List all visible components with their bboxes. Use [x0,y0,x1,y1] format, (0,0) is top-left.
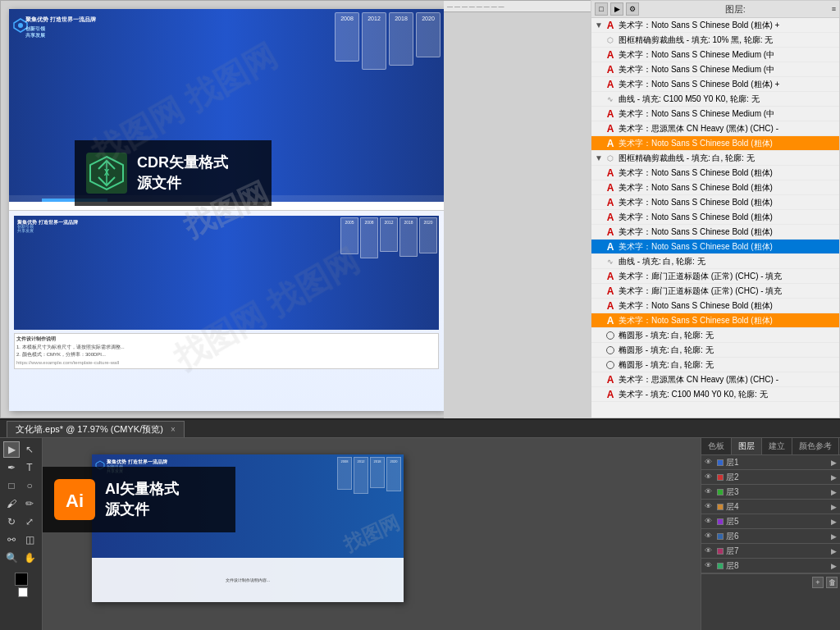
eye-icon[interactable]: 👁 [705,561,714,571]
banner-year-columns: 2008 2012 2018 2020 [335,12,441,70]
fill-color[interactable] [15,573,28,586]
ai-tab-color-ref[interactable]: 颜色参考 [792,438,839,454]
layer-label: 美术字：Noto Sans S Chinese Bold (粗体) [619,138,773,149]
ai-tab-swatches[interactable]: 色板 [701,438,732,454]
layer-item[interactable]: A 美术字：Noto Sans S Chinese Bold (粗体) + [591,77,839,92]
zoom-tool[interactable]: 🔍 [3,550,20,566]
eye-icon[interactable]: 👁 [705,472,714,482]
ellipse-tool[interactable]: ○ [21,477,38,494]
layer-item[interactable]: ∿ 曲线 - 填充: C100 M50 Y0 K0, 轮廓: 无 [591,92,839,107]
panel-icon-1[interactable]: □ [595,2,608,16]
ai-layer-name: 层4 [726,501,739,513]
rect-tool[interactable]: □ [3,477,20,494]
layers-list[interactable]: ▼ A 美术字：Noto Sans S Chinese Bold (粗体) + … [591,18,839,417]
layer-item[interactable]: 椭圆形 - 填充: 白, 轮廓: 无 [591,358,839,372]
banner-main-text: 聚集优势 打造世界一流品牌 创新引领 共享发展 [25,16,96,39]
expand-arrow[interactable]: ▶ [831,503,837,511]
layer-item[interactable]: A 美术字：Noto Sans S Chinese Bold (粗体) [591,195,839,210]
layer-item-selected-blue[interactable]: A 美术字：Noto Sans S Chinese Bold (粗体) [591,240,839,254]
layer-item[interactable]: A 美术字：Noto Sans S Chinese Bold (粗体) [591,210,839,225]
expand-arrow[interactable]: ▶ [831,459,837,467]
hand-tool[interactable]: ✋ [21,550,38,566]
layer-label: 美术字：Noto Sans S Chinese Bold (粗体) [619,197,773,208]
expand-arrow[interactable]: ▶ [831,562,837,570]
layer-item[interactable]: A 美术字：廊门正道标题体 (正常) (CHC) - 填充 [591,284,839,299]
ai-layer-row[interactable]: 👁 层4 ▶ [701,500,840,514]
layer-item-selected-orange2[interactable]: A 美术字：Noto Sans S Chinese Bold (粗体) [591,313,839,328]
pencil-tool[interactable]: ✏ [21,495,38,512]
design-floorplan-content: 聚集优势 打造世界一流品牌 创新引领 共享发展 2005 2008 2012 2… [9,211,444,411]
text-icon: A [605,315,616,326]
panel-header-icons: □ ▶ ⚙ [595,2,639,16]
panel-icon-3[interactable]: ⚙ [626,2,639,16]
layer-label: 曲线 - 填充: 白, 轮廓: 无 [619,256,705,267]
ai-layer-row[interactable]: 👁 层8 ▶ [701,559,840,573]
ai-tab-active[interactable]: 文化墙.eps* @ 17.97% (CMYK/预览) × [7,421,185,437]
expand-arrow[interactable]: ▶ [831,473,837,482]
layers-panel-header: □ ▶ ⚙ 图层: ≡ [591,1,839,18]
layer-item[interactable]: A 美术字 - 填充: C100 M40 Y0 K0, 轮廓: 无 [591,387,839,402]
blend-tool[interactable]: ⚯ [3,532,20,548]
eye-icon[interactable]: 👁 [705,487,714,497]
expand-arrow[interactable]: ▶ [831,532,837,541]
layer-item[interactable]: A 美术字：Noto Sans S Chinese Medium (中 [591,107,839,121]
text-icon: A [605,271,616,282]
text-icon: A [605,167,616,179]
delete-layer-btn[interactable]: 🗑 [826,577,838,588]
layer-item[interactable]: A 美术字：Noto Sans S Chinese Bold (粗体) [591,166,839,180]
ai-tab-layers[interactable]: 图层 [732,438,762,454]
layer-item[interactable]: ∿ 曲线 - 填充: 白, 轮廓: 无 [591,254,839,269]
eye-icon[interactable]: 👁 [705,458,714,468]
ai-layer-row[interactable]: 👁 层7 ▶ [701,544,840,559]
select-tool[interactable]: ▶ [3,441,20,458]
layer-item[interactable]: ⬡ 图框精确剪裁曲线 - 填充: 10% 黑, 轮廓: 无 [591,33,839,48]
layer-label: 美术字：思源黑体 CN Heavy (黑体) (CHC) - [619,123,778,135]
paintbrush-tool[interactable]: 🖌 [3,495,20,512]
layer-item[interactable]: 椭圆形 - 填充: 白, 轮廓: 无 [591,343,839,358]
eye-icon[interactable]: 👁 [705,517,714,527]
layer-item[interactable]: A 美术字：Noto Sans S Chinese Bold (粗体) [591,225,839,240]
layer-item[interactable]: A 美术字：思源黑体 CN Heavy (黑体) (CHC) - [591,372,839,387]
layer-label: 美术字：Noto Sans S Chinese Bold (粗体) [619,167,773,179]
layer-item-selected-orange[interactable]: A 美术字：Noto Sans S Chinese Bold (粗体) [591,136,839,151]
layer-item[interactable]: 椭圆形 - 填充: 白, 轮廓: 无 [591,328,839,343]
ai-layer-row[interactable]: 👁 层2 ▶ [701,470,840,485]
layer-label: 美术字：Noto Sans S Chinese Medium (中 [619,64,774,75]
expand-arrow[interactable]: ▶ [831,547,837,555]
expand-icon: ▼ [595,21,603,30]
stroke-color[interactable] [18,587,28,597]
layer-item[interactable]: A 美术字：Noto Sans S Chinese Bold (粗体) [591,180,839,195]
eye-icon[interactable]: 👁 [705,546,714,556]
direct-select-tool[interactable]: ↖ [21,441,38,458]
pen-tool[interactable]: ✒ [3,459,20,476]
layer-label: 美术字：Noto Sans S Chinese Medium (中 [619,49,774,61]
expand-arrow[interactable]: ▶ [831,518,837,526]
layer-item[interactable]: A 美术字：思源黑体 CN Heavy (黑体) (CHC) - [591,121,839,136]
ai-tab-build[interactable]: 建立 [762,438,792,454]
type-tool[interactable]: T [21,459,38,476]
layer-item[interactable]: A 美术字：Noto Sans S Chinese Medium (中 [591,48,839,62]
layer-label: 美术字：思源黑体 CN Heavy (黑体) (CHC) - [619,374,778,386]
layer-item[interactable]: A 美术字：Noto Sans S Chinese Medium (中 [591,62,839,77]
layer-item[interactable]: A 美术字：Noto Sans S Chinese Bold (粗体) [591,299,839,313]
layer-item[interactable]: ▼ A 美术字：Noto Sans S Chinese Bold (粗体) + [591,18,839,33]
eye-icon[interactable]: 👁 [705,502,714,512]
layer-item[interactable]: A 美术字：廊门正道标题体 (正常) (CHC) - 填充 [591,269,839,284]
rotate-tool[interactable]: ↻ [3,514,20,530]
gradient-tool[interactable]: ◫ [21,532,38,548]
curve-icon: ∿ [605,94,616,105]
layer-item[interactable]: ▼ ⬡ 图框精确剪裁曲线 - 填充: 白, 轮廓: 无 [591,151,839,166]
ai-layer-row[interactable]: 👁 层1 ▶ [701,455,840,470]
ai-toolbar: ▶ ↖ ✒ T □ ○ 🖌 ✏ ↻ ⤢ ⚯ ◫ [0,438,43,630]
new-layer-btn[interactable]: + [812,577,824,588]
expand-arrow[interactable]: ▶ [831,488,837,496]
panel-icon-2[interactable]: ▶ [610,2,623,16]
scale-tool[interactable]: ⤢ [21,514,38,530]
ai-layer-row[interactable]: 👁 层5 ▶ [701,514,840,529]
tab-close-button[interactable]: × [171,425,176,434]
ellipse-icon [605,330,616,341]
layer-label: 美术字：Noto Sans S Chinese Bold (粗体) [619,300,773,312]
ai-layer-row[interactable]: 👁 层6 ▶ [701,529,840,544]
ai-layer-row[interactable]: 👁 层3 ▶ [701,485,840,500]
eye-icon[interactable]: 👁 [705,532,714,541]
